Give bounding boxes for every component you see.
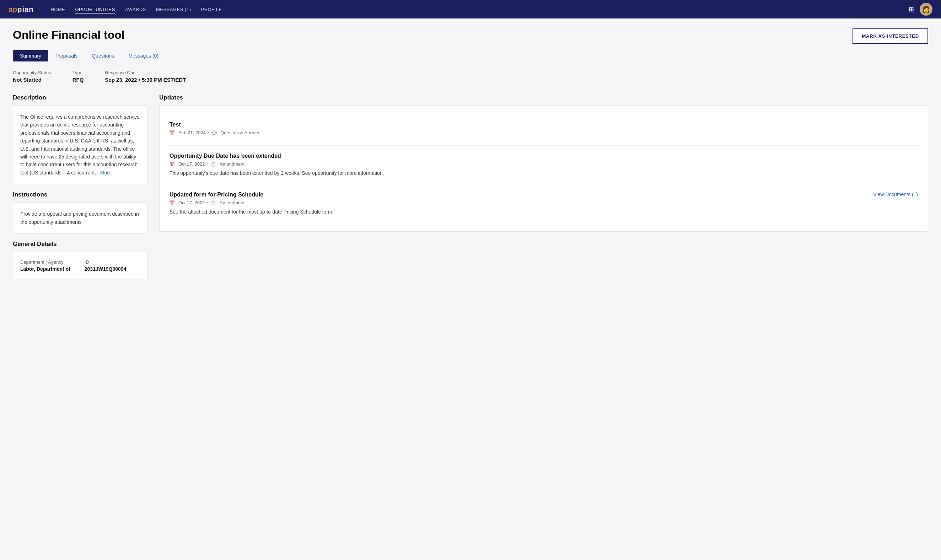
type-icon-0 (211, 130, 218, 135)
update-title-2: Updated form for Pricing Schedule View D… (169, 192, 918, 198)
updates-card: Test Feb 21, 2024 • Question & Answer Op… (159, 106, 928, 232)
description-more-link[interactable]: More (100, 170, 112, 175)
gd-id-label: ID (85, 259, 126, 265)
calendar-icon-0 (169, 130, 176, 135)
update-title-0: Test (169, 122, 918, 128)
gd-dept-value: Labor, Department of (20, 266, 70, 272)
opp-status-value: Not Started (13, 77, 51, 83)
nav-links: HOME OPPORTUNITIES AWARDS MESSAGES (1) P… (51, 5, 897, 14)
update-item-0: Test Feb 21, 2024 • Question & Answer (169, 114, 918, 146)
type-icon-1 (211, 161, 217, 167)
right-column: Updates Test Feb 21, 2024 • Question & A… (159, 94, 928, 279)
gd-dept-label: Department / Agency (20, 259, 70, 265)
type-status: Type RFQ (72, 70, 84, 83)
navbar: appian HOME OPPORTUNITIES AWARDS MESSAGE… (0, 0, 941, 18)
nav-messages[interactable]: MESSAGES (1) (156, 5, 191, 14)
instructions-title: Instructions (13, 191, 148, 198)
gd-row: Department / Agency Labor, Department of… (20, 259, 140, 272)
response-due-value: Sep 23, 2022 • 5:30 PM EST/EDT (105, 77, 186, 83)
updates-title: Updates (159, 94, 928, 101)
page-header: Online Financial tool MARK AS INTERESTED (13, 28, 928, 44)
instructions-card: Provide a proposal and pricing document … (13, 203, 148, 234)
description-title: Description (13, 94, 148, 101)
nav-opportunities[interactable]: OPPORTUNITIES (75, 5, 115, 14)
opp-status-label: Opportunity Status (13, 70, 51, 75)
gd-id-value: 2031JW19Q00094 (85, 266, 126, 272)
update-type-0: Question & Answer (220, 130, 260, 135)
page-title: Online Financial tool (13, 28, 125, 42)
calendar-icon-1 (169, 161, 176, 167)
update-title-1: Opportunity Due Date has been extended (169, 153, 918, 159)
view-docs-link[interactable]: View Documents (1) (873, 192, 918, 197)
two-col-layout: Description The Office requires a compre… (13, 94, 928, 279)
update-meta-2: Oct 17, 2022 • Amendment (169, 200, 918, 205)
tab-messages[interactable]: Messages (0) (121, 50, 166, 62)
nav-profile[interactable]: PROFILE (201, 5, 222, 14)
gd-id: ID 2031JW19Q00094 (85, 259, 126, 272)
description-text: The Office requires a comprehensive rese… (20, 114, 140, 175)
tab-proposals[interactable]: Proposals (48, 50, 85, 62)
status-row: Opportunity Status Not Started Type RFQ … (13, 70, 928, 83)
type-value: RFQ (72, 77, 84, 83)
update-meta-0: Feb 21, 2024 • Question & Answer (169, 130, 918, 135)
update-body-2: See the attached document for the most u… (169, 208, 918, 216)
instructions-text: Provide a proposal and pricing document … (20, 211, 139, 225)
type-icon-2 (211, 200, 217, 205)
opportunity-status: Opportunity Status Not Started (13, 70, 51, 83)
type-label: Type (72, 70, 84, 75)
gd-dept: Department / Agency Labor, Department of (20, 259, 70, 272)
nav-awards[interactable]: AWARDS (125, 5, 146, 14)
page-content: Online Financial tool MARK AS INTERESTED… (0, 18, 941, 560)
response-due-label: Response Due (105, 70, 186, 75)
general-details-title: General Details (13, 240, 148, 248)
left-column: Description The Office requires a compre… (13, 94, 148, 279)
update-type-2: Amendment (220, 200, 244, 205)
update-type-1: Amendment (220, 161, 244, 167)
response-due-status: Response Due Sep 23, 2022 • 5:30 PM EST/… (105, 70, 186, 83)
nav-right: ⊞ 👩 (909, 3, 932, 15)
update-item-1: Opportunity Due Date has been extended O… (169, 146, 918, 185)
update-meta-1: Oct 17, 2022 • Amendment (169, 161, 918, 167)
tab-summary[interactable]: Summary (13, 50, 48, 62)
grid-icon[interactable]: ⊞ (909, 5, 914, 13)
description-card: The Office requires a comprehensive rese… (13, 106, 148, 184)
update-date-0: Feb 21, 2024 (178, 130, 206, 135)
update-body-1: This opportunity's due date has been ext… (169, 169, 918, 177)
calendar-icon-2 (169, 200, 176, 205)
general-details-card: Department / Agency Labor, Department of… (13, 252, 148, 279)
update-date-2: Oct 17, 2022 (178, 200, 205, 205)
mark-interested-button[interactable]: MARK AS INTERESTED (852, 28, 928, 44)
nav-home[interactable]: HOME (51, 5, 65, 14)
tab-questions[interactable]: Questions (85, 50, 121, 62)
user-avatar[interactable]: 👩 (919, 3, 932, 15)
tabs: Summary Proposals Questions Messages (0) (13, 50, 928, 62)
app-logo[interactable]: appian (9, 5, 34, 14)
update-date-1: Oct 17, 2022 (178, 161, 205, 167)
update-item-2: Updated form for Pricing Schedule View D… (169, 185, 918, 223)
